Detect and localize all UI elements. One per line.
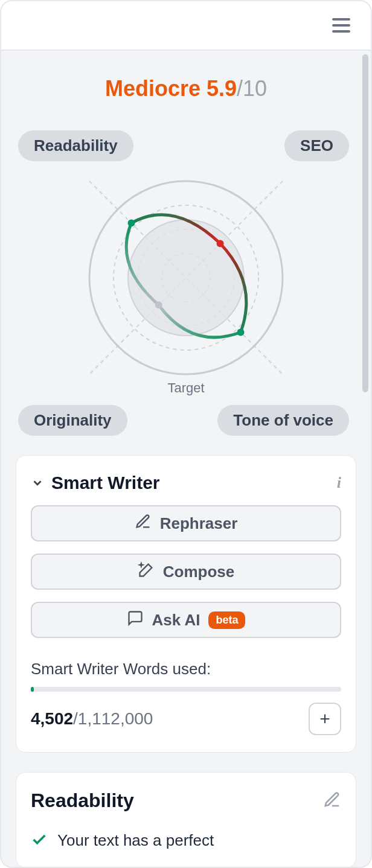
- chat-icon: [127, 610, 144, 631]
- svg-point-10: [155, 301, 162, 308]
- readability-card: Readability Your text has a perfect: [16, 772, 356, 867]
- main-scroll: Mediocre 5.9/10 Readability SEO Original…: [1, 51, 371, 867]
- scrollbar-thumb[interactable]: [362, 54, 368, 392]
- compose-button[interactable]: Compose: [31, 554, 341, 590]
- score-value: 5.9: [207, 76, 237, 101]
- score-max: /10: [237, 76, 267, 101]
- pill-readability[interactable]: Readability: [18, 130, 133, 161]
- smart-writer-card: Smart Writer i Rephraser Compose Ask: [16, 455, 356, 753]
- usage-used: 4,502: [31, 709, 73, 729]
- ask-ai-label: Ask AI: [152, 611, 200, 630]
- score-rating-label: Mediocre: [105, 76, 200, 101]
- rephraser-button[interactable]: Rephraser: [31, 505, 341, 541]
- menu-icon[interactable]: [332, 14, 354, 36]
- info-icon[interactable]: i: [337, 474, 341, 492]
- readability-title: Readability: [31, 790, 323, 812]
- chevron-down-icon[interactable]: [31, 476, 44, 490]
- wand-icon: [138, 561, 155, 582]
- usage-bar-fill: [31, 687, 34, 692]
- beta-badge: beta: [208, 611, 245, 629]
- top-bar: [1, 1, 371, 51]
- compose-label: Compose: [163, 563, 234, 581]
- radar-chart-area: Readability SEO Originality Tone of voic…: [16, 116, 356, 436]
- overall-score: Mediocre 5.9/10: [16, 51, 356, 116]
- add-words-button[interactable]: +: [309, 703, 341, 735]
- radar-chart: [71, 163, 301, 392]
- edit-icon: [135, 513, 152, 534]
- pill-tone[interactable]: Tone of voice: [217, 405, 349, 436]
- readability-check-text: Your text has a perfect: [57, 831, 214, 850]
- svg-point-7: [128, 220, 135, 227]
- rephraser-label: Rephraser: [160, 514, 238, 533]
- pencil-icon[interactable]: [323, 791, 341, 811]
- svg-point-8: [217, 240, 224, 247]
- pill-originality[interactable]: Originality: [18, 405, 127, 436]
- target-label: Target: [167, 380, 204, 396]
- smart-writer-title: Smart Writer: [51, 473, 330, 493]
- pill-seo[interactable]: SEO: [284, 130, 349, 161]
- usage-label: Smart Writer Words used:: [31, 660, 341, 678]
- check-icon: [31, 831, 48, 850]
- usage-total: /1,112,000: [73, 709, 153, 729]
- svg-point-9: [237, 329, 245, 336]
- svg-point-6: [128, 220, 244, 336]
- usage-bar: [31, 687, 341, 692]
- ask-ai-button[interactable]: Ask AI beta: [31, 602, 341, 638]
